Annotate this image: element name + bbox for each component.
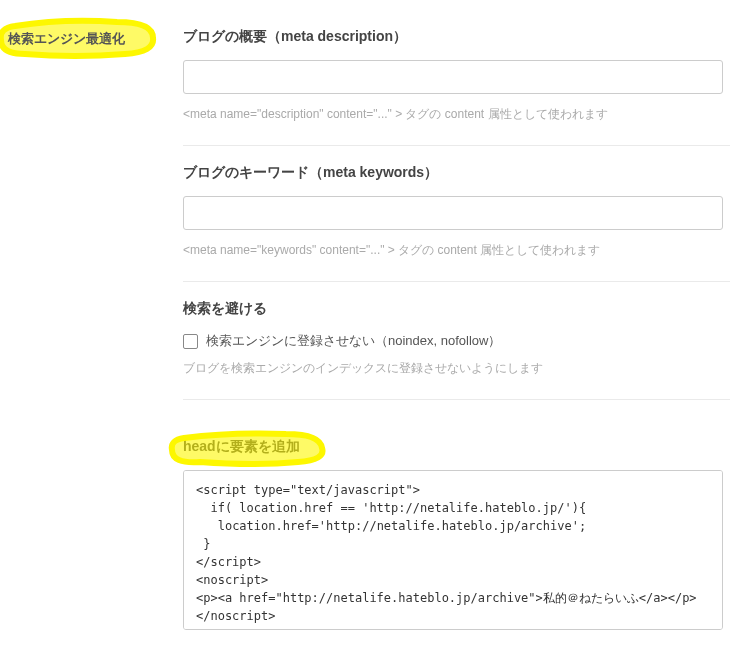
help-text-description: <meta name="description" content="..." >… bbox=[183, 106, 730, 123]
sidebar-section-title: 検索エンジン最適化 bbox=[8, 30, 125, 48]
help-text-keywords: <meta name="keywords" content="..." > タグ… bbox=[183, 242, 730, 259]
section-title-keywords: ブログのキーワード（meta keywords） bbox=[183, 164, 730, 182]
section-title-noindex: 検索を避ける bbox=[183, 300, 730, 318]
meta-keywords-input[interactable] bbox=[183, 196, 723, 230]
noindex-checkbox-row[interactable]: 検索エンジンに登録させない（noindex, nofollow） bbox=[183, 332, 730, 350]
noindex-checkbox-label: 検索エンジンに登録させない（noindex, nofollow） bbox=[206, 332, 501, 350]
section-noindex: 検索を避ける 検索エンジンに登録させない（noindex, nofollow） … bbox=[183, 300, 730, 400]
section-title-description: ブログの概要（meta description） bbox=[183, 28, 730, 46]
section-meta-description: ブログの概要（meta description） <meta name="des… bbox=[183, 28, 730, 146]
meta-description-input[interactable] bbox=[183, 60, 723, 94]
section-meta-keywords: ブログのキーワード（meta keywords） <meta name="key… bbox=[183, 164, 730, 282]
head-code-textarea[interactable] bbox=[183, 470, 723, 630]
noindex-checkbox[interactable] bbox=[183, 334, 198, 349]
main-content: ブログの概要（meta description） <meta name="des… bbox=[165, 0, 730, 651]
noindex-info-text: ブログを検索エンジンのインデックスに登録させないようにします bbox=[183, 360, 730, 377]
section-head-elements: headに要素を追加 bbox=[183, 418, 730, 633]
sidebar: 検索エンジン最適化 bbox=[0, 0, 165, 651]
section-title-head: headに要素を追加 bbox=[183, 438, 300, 456]
